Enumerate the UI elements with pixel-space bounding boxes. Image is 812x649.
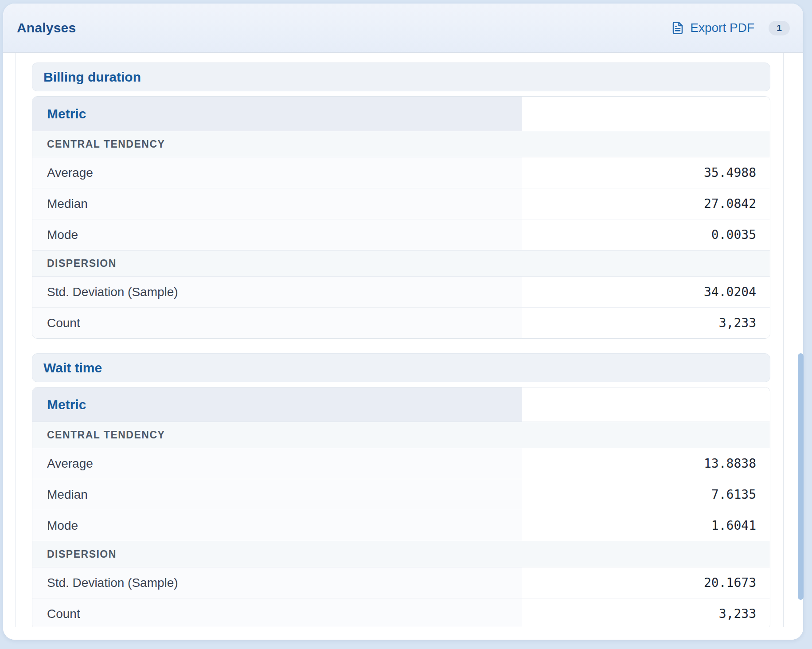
metric-value-cell: 13.8838 xyxy=(522,448,770,479)
table-header-row: Metric xyxy=(32,387,770,422)
window-header: Analyses Export PDF 1 xyxy=(3,4,803,53)
content-area: Billing duration Metric CENTRAL TENDENCY… xyxy=(3,53,803,640)
metric-label-cell: Mode xyxy=(32,510,522,541)
table-row: Mode 0.0035 xyxy=(32,219,770,250)
section-header-pill[interactable]: Wait time xyxy=(32,353,770,382)
table-row: Std. Deviation (Sample) 34.0204 xyxy=(32,277,770,307)
metric-group-header: CENTRAL TENDENCY xyxy=(32,131,770,157)
header-actions: Export PDF 1 xyxy=(671,21,790,35)
table-row: Std. Deviation (Sample) 20.1673 xyxy=(32,567,770,598)
table-header-row: Metric xyxy=(32,97,770,131)
metric-label-cell: Count xyxy=(32,308,522,338)
analysis-section: Billing duration Metric CENTRAL TENDENCY… xyxy=(32,63,770,339)
section-title: Billing duration xyxy=(43,70,141,85)
metric-value-cell: 0.0035 xyxy=(522,219,770,250)
metric-value-cell: 1.6041 xyxy=(522,510,770,541)
count-badge[interactable]: 1 xyxy=(769,21,790,35)
table-row: Median 27.0842 xyxy=(32,188,770,219)
export-pdf-button[interactable]: Export PDF xyxy=(671,21,754,35)
metric-column-header: Metric xyxy=(32,387,522,422)
table-row: Average 13.8838 xyxy=(32,448,770,479)
table-row: Mode 1.6041 xyxy=(32,510,770,541)
metric-group-header: DISPERSION xyxy=(32,541,770,567)
metric-group-header: DISPERSION xyxy=(32,250,770,277)
metric-group-header: CENTRAL TENDENCY xyxy=(32,422,770,448)
metric-label-cell: Average xyxy=(32,448,522,479)
value-column-header xyxy=(522,97,770,131)
metric-value-cell: 34.0204 xyxy=(522,277,770,307)
metric-value-cell: 27.0842 xyxy=(522,188,770,219)
section-header-pill[interactable]: Billing duration xyxy=(32,63,770,91)
analysis-section: Wait time Metric CENTRAL TENDENCY Averag… xyxy=(32,353,770,627)
metric-value-cell: 3,233 xyxy=(522,308,770,338)
page-title: Analyses xyxy=(17,20,76,35)
section-title: Wait time xyxy=(43,360,102,375)
metric-value-cell: 3,233 xyxy=(522,598,770,627)
value-column-header xyxy=(522,387,770,422)
metric-column-header: Metric xyxy=(32,97,522,131)
metric-label-cell: Median xyxy=(32,188,522,219)
metrics-table: Metric CENTRAL TENDENCY Average 13.8838 … xyxy=(32,387,770,627)
analyses-scroll-panel: Billing duration Metric CENTRAL TENDENCY… xyxy=(16,53,784,627)
metric-value-cell: 35.4988 xyxy=(522,157,770,188)
metric-label-cell: Average xyxy=(32,157,522,188)
table-row: Count 3,233 xyxy=(32,307,770,338)
metric-value-cell: 20.1673 xyxy=(522,567,770,598)
table-row: Median 7.6135 xyxy=(32,479,770,510)
file-text-icon xyxy=(671,21,684,35)
metric-label-cell: Std. Deviation (Sample) xyxy=(32,567,522,598)
metric-label-cell: Std. Deviation (Sample) xyxy=(32,277,522,307)
export-pdf-label: Export PDF xyxy=(690,21,754,35)
metric-label-cell: Median xyxy=(32,479,522,510)
metric-label-cell: Mode xyxy=(32,219,522,250)
table-row: Average 35.4988 xyxy=(32,157,770,188)
table-row: Count 3,233 xyxy=(32,598,770,627)
vertical-scrollbar-thumb[interactable] xyxy=(798,353,804,600)
metrics-table: Metric CENTRAL TENDENCY Average 35.4988 … xyxy=(32,96,770,339)
analyses-window: Analyses Export PDF 1 Billing d xyxy=(3,4,803,640)
metric-value-cell: 7.6135 xyxy=(522,479,770,510)
metric-label-cell: Count xyxy=(32,598,522,627)
